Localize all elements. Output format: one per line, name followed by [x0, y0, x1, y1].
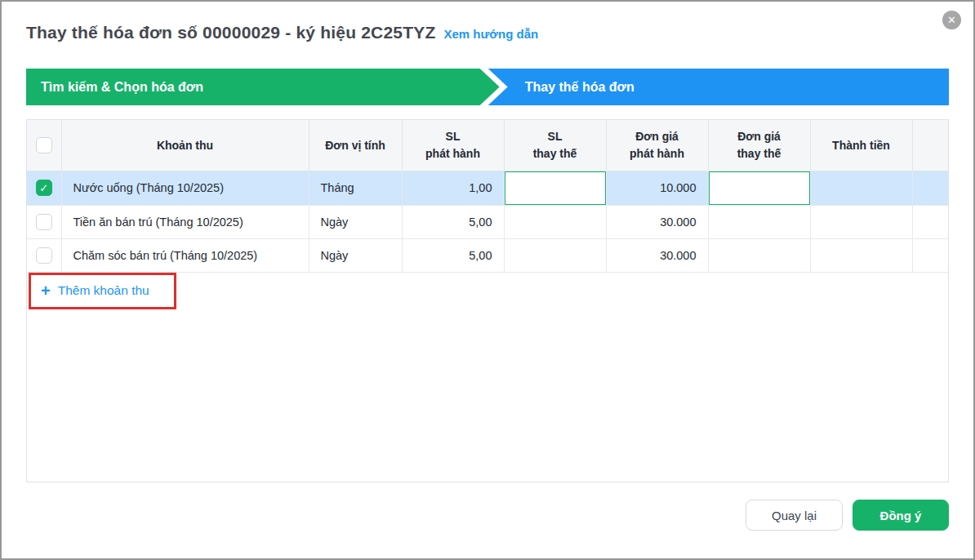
column-header: Đơn giá phát hành: [606, 120, 708, 171]
filler-cell: [912, 205, 949, 238]
invoice-items-panel: Khoản thuĐơn vị tínhSL phát hànhSL thay …: [26, 119, 949, 482]
unit-cell: Ngày: [309, 205, 402, 238]
qty-replace-cell: [504, 238, 606, 272]
total-cell: [810, 171, 912, 205]
step-search-select-label: Tìm kiếm & Chọn hóa đơn: [41, 80, 203, 95]
row-checkbox[interactable]: [36, 214, 52, 230]
dialog-header: Thay thế hóa đơn số 00000029 - ký hiệu 2…: [2, 2, 973, 42]
qty-issued-cell: 5,00: [402, 238, 504, 272]
table-row: Tiền ăn bán trú (Tháng 10/2025)Ngày5,003…: [27, 205, 949, 238]
price-issued-cell: 30.000: [606, 205, 708, 238]
page-title: Thay thế hóa đơn số 00000029 - ký hiệu 2…: [26, 23, 435, 42]
column-header: Khoản thu: [61, 120, 309, 171]
price-issued-cell: 10.000: [606, 171, 708, 205]
fee-name-cell: Tiền ăn bán trú (Tháng 10/2025): [61, 205, 309, 238]
step-replace-invoice-label: Thay thế hóa đơn: [525, 80, 634, 95]
step-bar: Tìm kiếm & Chọn hóa đơn Thay thế hóa đơn: [26, 69, 949, 105]
filler-cell: [912, 171, 949, 205]
dialog-footer: Quay lại Đồng ý: [26, 500, 949, 531]
column-header: [912, 120, 949, 171]
column-header: SL thay thế: [504, 120, 606, 171]
column-header: SL phát hành: [402, 120, 504, 171]
total-cell: [810, 205, 912, 238]
column-header: Đơn vị tính: [309, 120, 402, 171]
back-button[interactable]: Quay lại: [746, 500, 843, 531]
column-header: Thành tiền: [810, 120, 912, 171]
price-replace-input[interactable]: [709, 171, 810, 205]
row-checkbox[interactable]: ✓: [36, 180, 52, 196]
replace-invoice-dialog: ✕ Thay thế hóa đơn số 00000029 - ký hiệu…: [0, 0, 975, 560]
add-fee-item-label: Thêm khoản thu: [58, 283, 149, 298]
price-replace-cell: [708, 238, 810, 272]
unit-cell: Ngày: [309, 238, 402, 272]
table-row: Chăm sóc bán trú (Tháng 10/2025)Ngày5,00…: [27, 238, 949, 272]
row-checkbox[interactable]: [36, 247, 52, 264]
qty-replace-input[interactable]: [505, 171, 606, 205]
add-row: + Thêm khoản thu: [27, 273, 948, 309]
table-header: Khoản thuĐơn vị tínhSL phát hànhSL thay …: [27, 120, 949, 171]
total-cell: [810, 238, 912, 272]
fee-name-cell: Nước uống (Tháng 10/2025): [61, 171, 309, 205]
filler-cell: [912, 238, 949, 272]
help-guide-link[interactable]: Xem hướng dẫn: [443, 27, 538, 41]
fee-name-cell: Chăm sóc bán trú (Tháng 10/2025): [61, 238, 309, 272]
confirm-button[interactable]: Đồng ý: [853, 500, 949, 531]
price-replace-cell: [708, 205, 810, 238]
select-all-checkbox[interactable]: [36, 137, 52, 153]
price-issued-cell: 30.000: [606, 238, 708, 272]
plus-icon: +: [41, 282, 51, 299]
qty-issued-cell: 1,00: [402, 171, 504, 205]
step-search-select[interactable]: Tìm kiếm & Chọn hóa đơn: [26, 69, 500, 105]
qty-replace-cell: [504, 205, 606, 238]
unit-cell: Tháng: [309, 171, 402, 205]
add-fee-item-link[interactable]: + Thêm khoản thu: [41, 282, 149, 299]
step-replace-invoice[interactable]: Thay thế hóa đơn: [488, 69, 949, 105]
table-row: ✓Nước uống (Tháng 10/2025)Tháng1,0010.00…: [27, 171, 949, 205]
qty-issued-cell: 5,00: [402, 205, 504, 238]
column-header: Đơn giá thay thế: [708, 120, 810, 171]
invoice-items-table: Khoản thuĐơn vị tínhSL phát hànhSL thay …: [27, 120, 949, 273]
close-icon[interactable]: ✕: [942, 11, 961, 29]
